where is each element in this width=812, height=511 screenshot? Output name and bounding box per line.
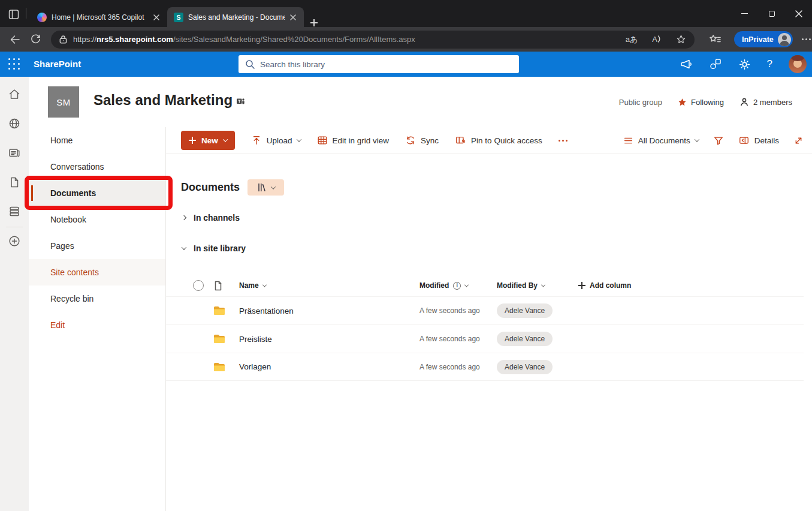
sidebar-item-recycle-bin[interactable]: Recycle bin (29, 285, 165, 312)
read-aloud-icon[interactable]: A (652, 35, 662, 44)
modified-by-cell[interactable]: Adele Vance (487, 332, 568, 346)
rail-add-icon[interactable] (8, 235, 21, 248)
tab-close-icon[interactable] (289, 14, 299, 21)
person-pill[interactable]: Adele Vance (497, 332, 553, 346)
edit-grid-view-button[interactable]: Edit in grid view (317, 135, 390, 146)
teams-icon[interactable] (236, 97, 245, 106)
pin-quick-access-button[interactable]: Pin to Quick access (455, 135, 542, 146)
command-bar-divider (166, 154, 812, 154)
lock-icon[interactable] (59, 35, 67, 44)
favorites-collections-icon[interactable] (709, 34, 721, 46)
following-button[interactable]: Following (678, 98, 724, 107)
site-title[interactable]: Sales and Marketing (93, 92, 233, 109)
settings-gear-icon[interactable] (738, 58, 751, 71)
modified-by-cell[interactable]: Adele Vance (487, 360, 568, 374)
translate-icon[interactable]: aあ (626, 34, 638, 45)
person-pill[interactable]: Adele Vance (497, 303, 553, 318)
sidebar-item-edit[interactable]: Edit (29, 312, 165, 338)
column-header-modified-by[interactable]: Modified By (487, 281, 568, 290)
page-workspace: SM Sales and Marketing Public group Foll… (0, 77, 812, 511)
chevron-down-icon (223, 137, 228, 142)
modified-value: A few seconds ago (409, 306, 487, 315)
rail-news-icon[interactable] (8, 146, 21, 160)
document-name[interactable]: Vorlagen (230, 362, 409, 371)
org-explorer-icon[interactable] (709, 58, 722, 71)
site-header: SM Sales and Marketing Public group Foll… (29, 77, 812, 127)
view-selector-button[interactable]: All Documents (623, 136, 699, 146)
main-content: New Upload Edit in grid view Sync Pin to… (166, 127, 812, 511)
sharepoint-brand[interactable]: SharePoint (34, 52, 81, 77)
folder-icon (209, 362, 230, 372)
following-star-icon (678, 98, 687, 107)
url-text: https://nrs5.sharepoint.com/sites/Salesa… (73, 35, 618, 44)
account-avatar[interactable] (789, 55, 807, 73)
window-minimize-button[interactable] (731, 0, 758, 27)
modified-by-cell[interactable]: Adele Vance (487, 303, 568, 318)
window-maximize-button[interactable] (758, 0, 785, 27)
rail-documents-icon[interactable] (8, 176, 21, 189)
refresh-icon[interactable] (30, 34, 41, 45)
sidebar-item-site-contents[interactable]: Site contents (29, 259, 165, 285)
table-row[interactable]: Vorlagen A few seconds ago Adele Vance (166, 353, 804, 381)
app-launcher-icon[interactable] (8, 58, 20, 70)
browser-toolbar: https://nrs5.sharepoint.com/sites/Salesa… (0, 27, 812, 52)
sidebar-item-home[interactable]: Home (29, 127, 165, 154)
column-header-modified[interactable]: Modified i (409, 281, 487, 290)
browser-menu-icon[interactable] (802, 38, 811, 40)
plus-icon (189, 137, 196, 144)
site-logo[interactable]: SM (48, 86, 79, 118)
pin-icon (455, 135, 466, 146)
sidebar-item-notebook[interactable]: Notebook (29, 206, 165, 233)
command-overflow-icon[interactable] (559, 140, 568, 142)
address-bar[interactable]: https://nrs5.sharepoint.com/sites/Salesa… (51, 31, 695, 49)
select-all-checkbox[interactable] (193, 280, 204, 291)
table-row[interactable]: Präsentationen A few seconds ago Adele V… (166, 296, 804, 324)
rail-home-icon[interactable] (8, 88, 21, 101)
url-path: /sites/SalesandMarketing/Shared%20Docume… (173, 35, 415, 44)
inprivate-badge[interactable]: InPrivate (734, 31, 793, 47)
document-name[interactable]: Präsentationen (230, 306, 409, 315)
person-pill[interactable]: Adele Vance (497, 360, 553, 374)
library-view-toggle[interactable] (247, 179, 284, 196)
browser-tab-sharepoint[interactable]: S Sales and Marketing - Documents (167, 7, 304, 27)
tab-close-icon[interactable] (153, 14, 162, 21)
sync-button[interactable]: Sync (405, 135, 439, 146)
upload-button[interactable]: Upload (251, 135, 301, 146)
new-button[interactable]: New (181, 131, 235, 150)
table-row[interactable]: Preisliste A few seconds ago Adele Vance (166, 324, 804, 353)
section-in-site-library[interactable]: In site library (182, 244, 246, 253)
column-header-name[interactable]: Name (230, 281, 409, 290)
plus-icon (578, 282, 585, 289)
rail-globe-icon[interactable] (8, 117, 21, 130)
section-in-channels[interactable]: In channels (182, 213, 240, 223)
library-title: Documents (181, 181, 240, 194)
members-button[interactable]: 2 members (739, 97, 792, 107)
expand-icon[interactable] (793, 136, 804, 146)
details-button[interactable]: Details (738, 135, 779, 146)
help-icon[interactable]: ? (767, 58, 772, 70)
browser-tab-copilot[interactable]: Home | Microsoft 365 Copilot (31, 7, 167, 27)
modified-value: A few seconds ago (409, 363, 487, 371)
favorite-star-icon[interactable] (676, 34, 686, 44)
rail-lists-icon[interactable] (8, 205, 21, 218)
chevron-down-icon (182, 245, 186, 250)
sidebar-item-pages[interactable]: Pages (29, 233, 165, 259)
filter-button[interactable] (713, 135, 724, 146)
window-controls (731, 0, 812, 27)
search-input[interactable] (260, 60, 512, 69)
sidebar-item-conversations[interactable]: Conversations (29, 154, 165, 180)
document-name[interactable]: Preisliste (230, 335, 409, 344)
sidebar-item-documents[interactable]: Documents (29, 180, 165, 206)
back-icon[interactable] (9, 34, 21, 46)
announcements-icon[interactable] (680, 58, 693, 71)
profile-avatar (778, 33, 791, 46)
add-column-button[interactable]: Add column (568, 281, 804, 290)
info-icon: i (453, 282, 461, 290)
tab-actions-icon[interactable] (8, 8, 20, 20)
search-box[interactable] (239, 55, 519, 73)
file-type-column-icon[interactable] (209, 281, 230, 291)
window-close-button[interactable] (785, 0, 812, 27)
url-scheme: https:// (73, 35, 96, 44)
chevron-down-icon (270, 184, 275, 189)
site-meta: Public group Following 2 members (619, 77, 792, 127)
